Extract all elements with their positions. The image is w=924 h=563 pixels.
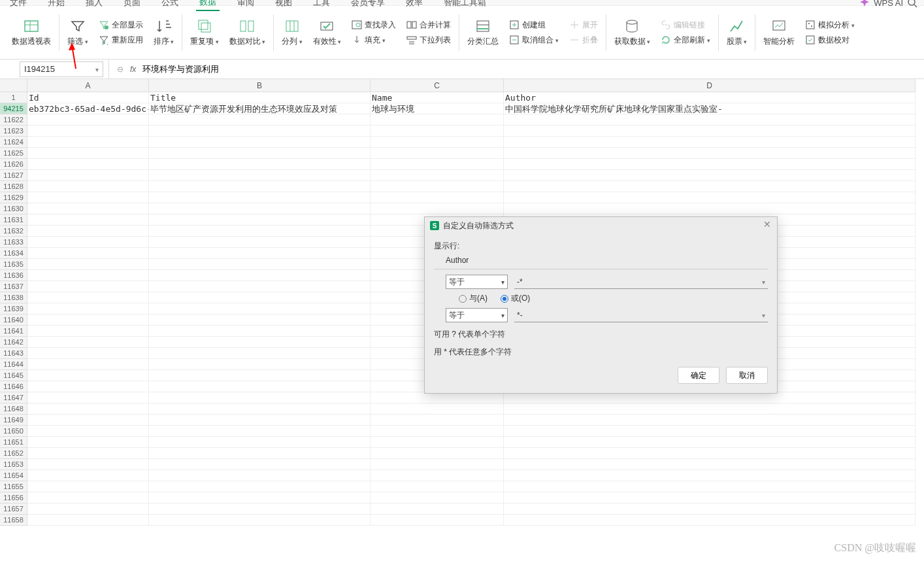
cell[interactable] bbox=[371, 126, 504, 137]
cell[interactable] bbox=[504, 459, 916, 470]
row-header[interactable]: 11648 bbox=[0, 403, 27, 415]
cell[interactable] bbox=[371, 137, 504, 148]
cell[interactable] bbox=[149, 326, 371, 337]
cell[interactable] bbox=[27, 237, 149, 248]
cell[interactable] bbox=[27, 170, 149, 181]
cell[interactable] bbox=[27, 148, 149, 159]
row-header[interactable]: 11632 bbox=[0, 226, 27, 237]
sort-button[interactable]: 排序 bbox=[148, 10, 180, 56]
cell[interactable] bbox=[149, 381, 371, 392]
fx-icon[interactable]: fx bbox=[130, 65, 136, 74]
cell[interactable] bbox=[27, 126, 149, 137]
getdata-button[interactable]: 获取数据 bbox=[609, 10, 656, 56]
ungroup-button[interactable]: 取消组合 bbox=[509, 35, 559, 46]
cell[interactable] bbox=[149, 192, 371, 203]
cell[interactable] bbox=[149, 237, 371, 248]
reapply-button[interactable]: 重新应用 bbox=[99, 35, 143, 46]
cell[interactable] bbox=[504, 203, 916, 214]
cell[interactable] bbox=[149, 170, 371, 181]
cell-header[interactable]: Author bbox=[504, 92, 916, 103]
row-header[interactable]: 11624 bbox=[0, 137, 27, 148]
fill-button[interactable]: 填充 bbox=[352, 35, 386, 46]
row-header[interactable]: 94215 bbox=[0, 103, 27, 114]
cell[interactable] bbox=[371, 426, 504, 437]
row-header[interactable]: 11649 bbox=[0, 415, 27, 426]
cell[interactable] bbox=[504, 159, 916, 170]
cell[interactable] bbox=[149, 281, 371, 292]
cell[interactable] bbox=[27, 326, 149, 337]
row-header[interactable]: 11656 bbox=[0, 492, 27, 503]
cell[interactable] bbox=[504, 392, 916, 403]
row-header[interactable]: 11623 bbox=[0, 126, 27, 137]
row-header[interactable]: 11639 bbox=[0, 303, 27, 315]
cell[interactable] bbox=[149, 403, 371, 415]
cell[interactable] bbox=[504, 137, 916, 148]
cell[interactable] bbox=[371, 203, 504, 214]
cell[interactable] bbox=[504, 415, 916, 426]
cell[interactable] bbox=[27, 137, 149, 148]
cell[interactable] bbox=[27, 370, 149, 381]
cell[interactable] bbox=[371, 148, 504, 159]
cell[interactable] bbox=[27, 492, 149, 503]
cell[interactable] bbox=[371, 481, 504, 492]
row-header[interactable]: 11654 bbox=[0, 470, 27, 481]
row-header[interactable]: 11625 bbox=[0, 148, 27, 159]
cell[interactable] bbox=[371, 492, 504, 503]
row-header[interactable]: 11630 bbox=[0, 203, 27, 214]
cell[interactable] bbox=[27, 359, 149, 370]
or-radio[interactable]: 或(O) bbox=[501, 293, 530, 304]
cell[interactable] bbox=[371, 159, 504, 170]
consol-button[interactable]: 合并计算 bbox=[406, 20, 451, 31]
row-header[interactable]: 11657 bbox=[0, 503, 27, 515]
row-header[interactable]: 11634 bbox=[0, 248, 27, 259]
cell[interactable] bbox=[371, 114, 504, 126]
cell[interactable] bbox=[371, 415, 504, 426]
cell[interactable] bbox=[504, 403, 916, 415]
cell[interactable] bbox=[504, 181, 916, 192]
cell[interactable]: 中国科学院地球化学研究所矿床地球化学国家重点实验室- bbox=[504, 103, 916, 114]
dialog-titlebar[interactable]: S 自定义自动筛选方式 ✕ bbox=[425, 217, 777, 234]
cell[interactable] bbox=[27, 426, 149, 437]
cell[interactable] bbox=[27, 503, 149, 515]
cell[interactable] bbox=[504, 114, 916, 126]
and-radio[interactable]: 与(A) bbox=[459, 293, 487, 304]
cell[interactable] bbox=[149, 248, 371, 259]
row-header[interactable]: 11655 bbox=[0, 481, 27, 492]
cell[interactable] bbox=[504, 492, 916, 503]
row-header[interactable]: 11641 bbox=[0, 326, 27, 337]
cell[interactable] bbox=[27, 270, 149, 281]
cell[interactable] bbox=[504, 192, 916, 203]
cell[interactable] bbox=[27, 248, 149, 259]
cell[interactable] bbox=[149, 148, 371, 159]
row-header[interactable]: 11640 bbox=[0, 315, 27, 326]
audit-button[interactable]: 数据校对 bbox=[805, 35, 850, 46]
cell[interactable] bbox=[504, 148, 916, 159]
cell[interactable] bbox=[27, 281, 149, 292]
row-header[interactable]: 11642 bbox=[0, 337, 27, 348]
compare-button[interactable]: 数据对比 bbox=[224, 10, 271, 56]
col-header-c[interactable]: C bbox=[371, 79, 504, 92]
cell[interactable] bbox=[149, 203, 371, 214]
cell[interactable] bbox=[27, 337, 149, 348]
cell[interactable]: 地球与环境 bbox=[371, 103, 504, 114]
cell[interactable] bbox=[27, 203, 149, 214]
cell[interactable] bbox=[371, 403, 504, 415]
cell[interactable] bbox=[149, 259, 371, 270]
cell[interactable] bbox=[504, 126, 916, 137]
filter-button[interactable]: 筛选 bbox=[62, 10, 93, 56]
cell[interactable] bbox=[27, 459, 149, 470]
row-header[interactable]: 11638 bbox=[0, 292, 27, 303]
cell[interactable] bbox=[149, 370, 371, 381]
cell[interactable] bbox=[149, 337, 371, 348]
cell[interactable]: eb372bc3-65ad-4e5d-9d6c- bbox=[27, 103, 149, 114]
cell[interactable] bbox=[149, 426, 371, 437]
cell[interactable] bbox=[504, 437, 916, 448]
cell[interactable]: 毕节地区矿产资源开发利用的生态环境效应及对策 bbox=[149, 103, 371, 114]
row-header[interactable]: 11658 bbox=[0, 515, 27, 526]
cell[interactable] bbox=[27, 415, 149, 426]
cell[interactable] bbox=[371, 470, 504, 481]
sim-button[interactable]: 模拟分析 bbox=[805, 20, 855, 31]
row-header[interactable]: 11652 bbox=[0, 448, 27, 459]
cell[interactable] bbox=[149, 214, 371, 226]
cell[interactable] bbox=[149, 415, 371, 426]
